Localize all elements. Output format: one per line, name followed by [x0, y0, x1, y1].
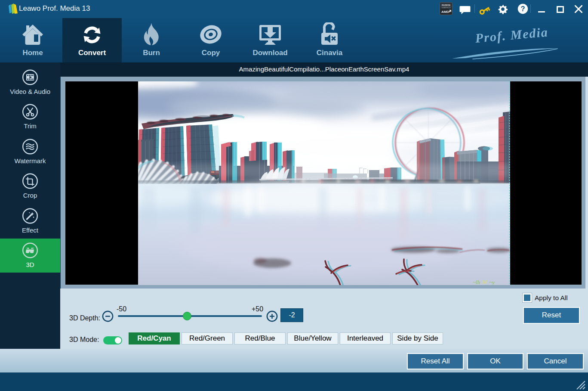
svg-text:GRAPHICS: GRAPHICS	[442, 6, 451, 9]
svg-text:AMD: AMD	[441, 10, 449, 14]
svg-text:M: M	[482, 279, 487, 285]
svg-text:~y: ~y	[489, 279, 495, 285]
svg-text:RADEON: RADEON	[442, 4, 451, 6]
svg-text:?: ?	[520, 5, 525, 12]
svg-text:~lh: ~lh	[473, 279, 480, 285]
